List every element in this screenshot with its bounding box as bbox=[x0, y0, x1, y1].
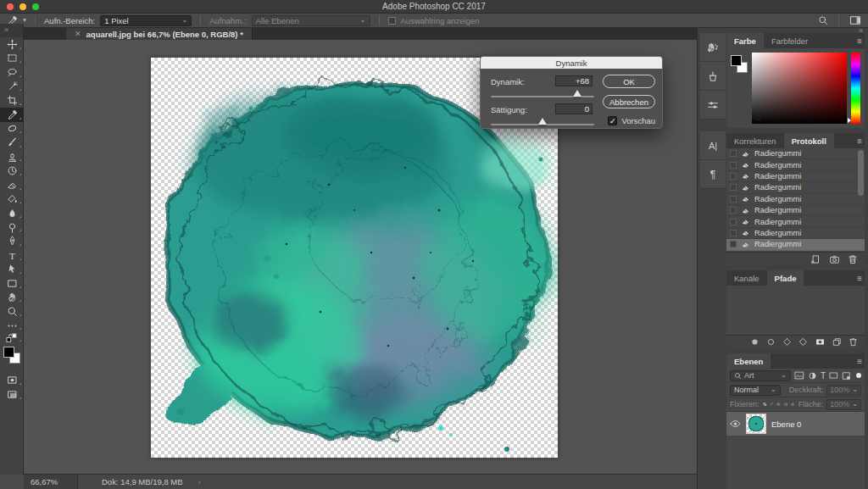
stroke-path-icon[interactable] bbox=[766, 337, 776, 347]
crop-tool[interactable] bbox=[0, 93, 24, 108]
tab-kanaele[interactable]: Kanäle bbox=[726, 270, 767, 286]
saturation-input[interactable]: 0 bbox=[555, 103, 593, 114]
spot-healing-tool[interactable] bbox=[0, 122, 24, 136]
brush-tool[interactable] bbox=[0, 136, 24, 150]
history-state-row[interactable]: Radiergummi bbox=[726, 148, 865, 159]
panel-menu-icon[interactable]: ≡ bbox=[857, 274, 861, 283]
rectangle-shape-tool[interactable] bbox=[0, 276, 24, 291]
move-tool[interactable] bbox=[0, 37, 24, 52]
toolbar-collapse[interactable]: » bbox=[0, 24, 23, 37]
history-source-checkbox[interactable] bbox=[730, 207, 737, 214]
panel-menu-icon[interactable]: ≡ bbox=[857, 136, 861, 146]
layer-name[interactable]: Ebene 0 bbox=[771, 420, 801, 429]
paths-list[interactable] bbox=[726, 286, 865, 335]
hand-tool[interactable] bbox=[0, 291, 24, 305]
panel-button-paragraph[interactable]: ¶ bbox=[700, 160, 726, 189]
vibrance-slider-thumb[interactable] bbox=[573, 90, 581, 97]
document-tab[interactable]: ✕ aquarell.jpg bei 66,7% (Ebene 0, RGB/8… bbox=[66, 28, 253, 40]
lock-all-icon[interactable] bbox=[791, 400, 794, 408]
type-tool[interactable]: T bbox=[0, 248, 24, 263]
foreground-color-swatch[interactable] bbox=[3, 347, 14, 358]
tab-ebenen[interactable]: Ebenen bbox=[726, 353, 771, 369]
eyedropper-tool[interactable] bbox=[0, 108, 24, 122]
lock-pixels-icon[interactable] bbox=[770, 400, 773, 408]
zoom-tool[interactable] bbox=[0, 304, 24, 319]
panel-button-character[interactable]: A| bbox=[700, 131, 726, 160]
history-source-checkbox[interactable] bbox=[730, 150, 737, 157]
dialog-titlebar[interactable]: Dynamik bbox=[481, 57, 662, 69]
vibrance-slider[interactable] bbox=[491, 96, 594, 97]
eraser-tool[interactable] bbox=[0, 178, 24, 192]
history-source-checkbox[interactable] bbox=[730, 173, 737, 180]
new-document-from-state-icon[interactable] bbox=[810, 254, 821, 264]
snapshot-camera-icon[interactable] bbox=[829, 254, 840, 264]
history-source-checkbox[interactable] bbox=[730, 162, 737, 169]
eye-visibility-icon[interactable] bbox=[730, 420, 741, 428]
zoom-window-icon[interactable] bbox=[32, 3, 39, 10]
screen-mode-button[interactable] bbox=[0, 387, 24, 402]
paint-bucket-tool[interactable] bbox=[0, 192, 24, 207]
foreground-color-swatch[interactable] bbox=[731, 55, 742, 66]
history-state-row[interactable]: Radiergummi bbox=[726, 194, 865, 205]
layer-filter-type[interactable]: Art ⌄ bbox=[730, 370, 791, 381]
fill-path-icon[interactable] bbox=[750, 337, 760, 347]
history-source-checkbox[interactable] bbox=[730, 196, 737, 203]
selection-from-path-icon[interactable] bbox=[782, 337, 792, 347]
rectangular-marquee-tool[interactable] bbox=[0, 52, 24, 66]
history-source-checkbox[interactable] bbox=[730, 241, 737, 247]
history-state-row[interactable]: Radiergummi bbox=[726, 205, 865, 216]
path-selection-tool[interactable] bbox=[0, 263, 24, 277]
history-state-row[interactable]: Radiergummi bbox=[726, 159, 865, 170]
saturation-slider[interactable] bbox=[491, 124, 594, 125]
panel-menu-icon[interactable]: ≡ bbox=[857, 36, 861, 46]
filter-smart-objects-icon[interactable] bbox=[842, 371, 851, 381]
history-state-row[interactable]: Radiergummi bbox=[726, 182, 865, 193]
history-state-row[interactable]: Radiergummi bbox=[726, 216, 865, 227]
preview-checkbox[interactable] bbox=[608, 116, 617, 125]
ok-button[interactable]: OK bbox=[603, 75, 655, 88]
search-icon[interactable] bbox=[818, 15, 828, 25]
minimize-window-icon[interactable] bbox=[19, 3, 26, 10]
mask-icon[interactable] bbox=[815, 337, 826, 347]
history-brush-tool[interactable] bbox=[0, 164, 24, 178]
trash-icon[interactable] bbox=[849, 337, 858, 347]
default-swap-colors-button[interactable] bbox=[0, 332, 24, 344]
edit-toolbar-button[interactable] bbox=[0, 319, 24, 333]
quick-mask-button[interactable] bbox=[0, 373, 24, 387]
tab-farbfelder[interactable]: Farbfelder bbox=[764, 33, 815, 48]
lock-transparency-icon[interactable] bbox=[763, 400, 766, 408]
fill-field[interactable]: 100%⌄ bbox=[826, 399, 861, 410]
history-state-row[interactable]: Radiergummi bbox=[726, 228, 865, 239]
new-path-icon[interactable] bbox=[832, 337, 842, 347]
history-state-row[interactable]: Radiergummi bbox=[726, 239, 865, 250]
history-state-row[interactable]: Radiergummi bbox=[726, 171, 865, 182]
hue-slider[interactable] bbox=[851, 53, 860, 124]
sample-size-dropdown[interactable]: 1 Pixel⌄ bbox=[100, 15, 192, 26]
status-chevron-icon[interactable]: › bbox=[198, 477, 201, 486]
history-source-checkbox[interactable] bbox=[730, 230, 737, 236]
pen-tool[interactable] bbox=[0, 234, 24, 248]
path-from-selection-icon[interactable] bbox=[798, 337, 808, 347]
dodge-tool[interactable] bbox=[0, 220, 24, 235]
lock-position-icon[interactable] bbox=[776, 400, 780, 408]
lock-artboard-icon[interactable] bbox=[784, 400, 787, 408]
panel-button-libraries[interactable] bbox=[700, 33, 726, 62]
filter-shape-layers-icon[interactable] bbox=[829, 371, 838, 380]
layer-row-ebene0[interactable]: Ebene 0 bbox=[726, 412, 865, 436]
cancel-button[interactable]: Abbrechen bbox=[603, 95, 655, 108]
close-window-icon[interactable] bbox=[7, 3, 14, 10]
history-source-checkbox[interactable] bbox=[730, 219, 737, 225]
trash-icon[interactable] bbox=[848, 254, 858, 264]
history-scrollbar[interactable] bbox=[858, 150, 864, 196]
vibrance-input[interactable]: +68 bbox=[555, 75, 593, 86]
tab-farbe[interactable]: Farbe bbox=[726, 33, 764, 48]
tab-protokoll[interactable]: Protokoll bbox=[784, 133, 834, 148]
panel-button-styles[interactable] bbox=[700, 62, 726, 91]
filter-adjustment-layers-icon[interactable] bbox=[808, 371, 817, 381]
filter-pixel-layers-icon[interactable] bbox=[794, 371, 804, 380]
panel-button-properties[interactable] bbox=[700, 91, 726, 119]
blur-tool[interactable] bbox=[0, 206, 24, 220]
clone-stamp-tool[interactable] bbox=[0, 150, 24, 164]
close-tab-icon[interactable]: ✕ bbox=[75, 30, 81, 38]
tab-pfade[interactable]: Pfade bbox=[767, 270, 804, 286]
